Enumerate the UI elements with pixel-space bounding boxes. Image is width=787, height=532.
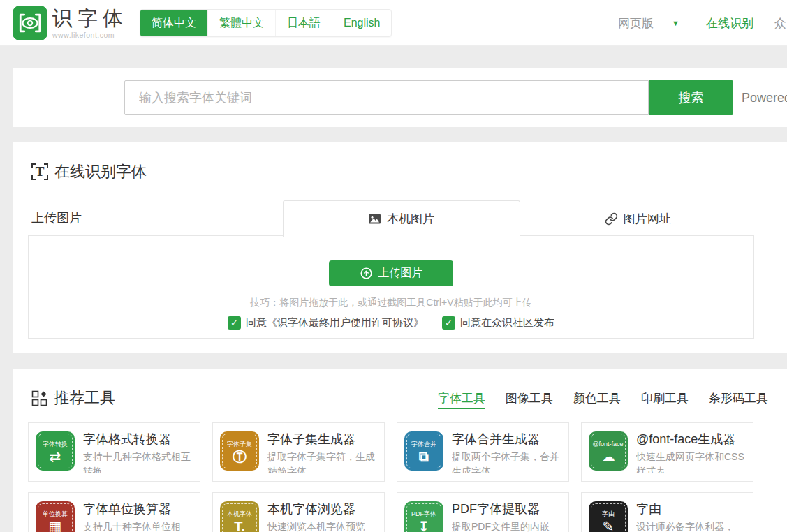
tool-title: 字体子集生成器 [267, 431, 377, 447]
logo-domain: www.likefont.com [52, 31, 129, 39]
upload-image-button[interactable]: 上传图片 [329, 260, 453, 286]
search-input[interactable] [124, 80, 649, 115]
tool-title: 字体单位换算器 [83, 501, 181, 517]
nav-web-version[interactable]: 网页版 [618, 15, 654, 31]
agree-community-checkbox-row[interactable]: ✓ 同意在众识社区发布 [442, 316, 554, 330]
tab-local-image[interactable]: 本机图片 [283, 200, 520, 237]
site-logo[interactable]: 识字体 www.likefont.com [13, 6, 129, 40]
tool-title: 字体格式转换器 [83, 431, 193, 447]
hellofont-icon: 字由 ✎ [589, 501, 628, 532]
tool-categories: 字体工具 图像工具 颜色工具 印刷工具 条形码工具 [438, 390, 768, 409]
cat-image-tools[interactable]: 图像工具 [506, 390, 553, 409]
tool-desc: 快速生成网页字体和CSS样式表 [636, 450, 746, 473]
cat-print-tools[interactable]: 印刷工具 [641, 390, 689, 409]
agree-eula-checkbox-row[interactable]: ✓ 同意《识字体最终用户使用许可协议》 [228, 316, 424, 330]
font-merge-icon: 字体合并 ⧉ [404, 431, 443, 471]
nav-partial-item[interactable]: 众 [774, 15, 786, 31]
identify-title: 在线识别字体 [54, 161, 147, 182]
upload-image-label: 上传图片 [31, 200, 82, 236]
upload-tabs: 本机图片 图片网址 [283, 200, 756, 237]
tool-desc: 提取字体子集字符，生成精简字体 [267, 450, 377, 473]
tool-desc: 提取两个字体子集，合并生成字体 [452, 450, 561, 473]
local-font-icon: 本机字体 T. [220, 501, 259, 532]
lang-traditional-chinese[interactable]: 繁體中文 [207, 10, 275, 36]
tool-title: 字体合并生成器 [452, 431, 561, 447]
tools-title: 推荐工具 [54, 387, 115, 408]
tool-card-font-merge[interactable]: 字体合并 ⧉ 字体合并生成器 提取两个字体子集，合并生成字体 [397, 422, 569, 482]
powered-by-text: Powered by [742, 68, 787, 127]
tool-card-local-font-browser[interactable]: 本机字体 T. 本机字体浏览器 快速浏览本机字体预览 [212, 492, 385, 532]
tool-card-font-converter[interactable]: 字体转换 ⇄ 字体格式转换器 支持十几种字体格式相互转换 [28, 422, 200, 482]
cat-color-tools[interactable]: 颜色工具 [573, 390, 621, 409]
scan-t-icon: T [31, 163, 48, 181]
lang-simplified-chinese[interactable]: 简体中文 [140, 10, 207, 36]
grid-icon [31, 390, 47, 406]
pdf-extract-icon: PDF字体 ↧ [404, 501, 443, 532]
logo-title: 识字体 [52, 6, 129, 31]
checkbox-checked-icon[interactable]: ✓ [442, 316, 455, 330]
tool-desc: 支持十几种字体格式相互转换 [83, 450, 193, 473]
link-icon [605, 212, 618, 226]
eye-logo-icon [13, 6, 47, 40]
tool-title: 字由 [636, 501, 734, 517]
upload-tip-text: 技巧：将图片拖放于此，或通过截图工具Ctrl+V粘贴于此均可上传 [29, 297, 753, 309]
font-face-icon: @font-face ☁ [589, 431, 628, 471]
tool-card-unit-converter[interactable]: 单位换算 ▦ 字体单位换算器 支持几十种字体单位相 [28, 492, 200, 532]
upload-drop-zone[interactable]: 上传图片 技巧：将图片拖放于此，或通过截图工具Ctrl+V粘贴于此均可上传 ✓ … [28, 235, 754, 339]
cat-barcode-tools[interactable]: 条形码工具 [709, 390, 768, 409]
tool-card-hellofont[interactable]: 字由 ✎ 字由 设计师必备字体利器， [581, 492, 753, 532]
tool-card-pdf-font-extractor[interactable]: PDF字体 ↧ PDF字体提取器 提取PDF文件里的内嵌 [397, 492, 569, 532]
tool-desc: 设计师必备字体利器， [636, 519, 734, 532]
cat-font-tools[interactable]: 字体工具 [438, 390, 485, 409]
tool-card-font-subset[interactable]: 字体子集 Ⓣ 字体子集生成器 提取字体子集字符，生成精简字体 [212, 422, 385, 482]
nav-online-identify[interactable]: 在线识别 [706, 15, 753, 31]
lang-japanese[interactable]: 日本語 [275, 10, 332, 36]
font-convert-icon: 字体转换 ⇄ [36, 431, 75, 471]
tool-desc: 提取PDF文件里的内嵌 [452, 519, 550, 532]
dropdown-arrow-icon[interactable]: ▼ [672, 19, 679, 27]
tab-image-url[interactable]: 图片网址 [520, 200, 756, 237]
top-nav: 网页版 ▼ 在线识别 众 [618, 0, 786, 46]
tab-url-label: 图片网址 [624, 211, 671, 227]
tools-section: 推荐工具 字体工具 图像工具 颜色工具 印刷工具 条形码工具 字体转换 ⇄ 字体… [13, 369, 787, 532]
search-button[interactable]: 搜索 [649, 80, 733, 115]
tool-title: PDF字体提取器 [452, 501, 550, 517]
cloud-upload-icon [360, 267, 373, 280]
lang-english[interactable]: English [332, 10, 391, 36]
tool-title: 本机字体浏览器 [267, 501, 365, 517]
tool-grid: 字体转换 ⇄ 字体格式转换器 支持十几种字体格式相互转换 字体子集 Ⓣ 字体子集… [28, 422, 754, 532]
tool-desc: 快速浏览本机字体预览 [267, 519, 365, 532]
checkbox-checked-icon[interactable]: ✓ [228, 316, 241, 330]
tool-title: @font-face生成器 [636, 431, 746, 447]
image-icon [368, 213, 381, 225]
font-subset-icon: 字体子集 Ⓣ [220, 431, 259, 471]
search-section: 搜索 Powered by [13, 68, 787, 127]
language-switcher: 简体中文 繁體中文 日本語 English [140, 9, 392, 37]
tool-card-font-face[interactable]: @font-face ☁ @font-face生成器 快速生成网页字体和CSS样… [581, 422, 753, 482]
tool-desc: 支持几十种字体单位相 [83, 519, 181, 532]
header: 识字体 www.likefont.com 简体中文 繁體中文 日本語 Engli… [0, 0, 787, 46]
unit-convert-icon: 单位换算 ▦ [36, 501, 75, 532]
agree-community-label: 同意在众识社区发布 [460, 316, 554, 330]
upload-button-label: 上传图片 [378, 266, 423, 281]
agree-eula-label: 同意《识字体最终用户使用许可协议》 [246, 316, 424, 330]
tab-local-label: 本机图片 [387, 211, 434, 227]
identify-section: T 在线识别字体 上传图片 本机图片 [13, 142, 787, 353]
